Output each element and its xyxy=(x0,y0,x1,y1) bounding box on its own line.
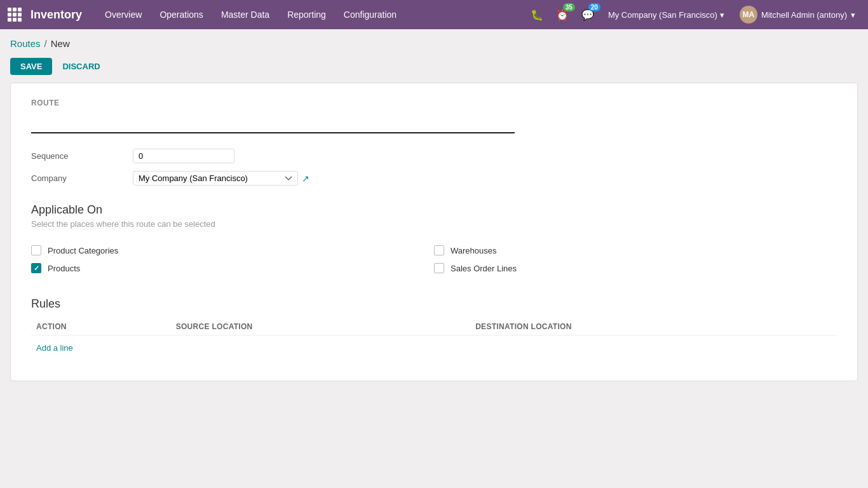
company-external-link-icon[interactable]: ↗ xyxy=(302,173,309,184)
nav-menu: Overview Operations Master Data Reportin… xyxy=(97,6,524,24)
nav-item-overview[interactable]: Overview xyxy=(97,6,149,24)
checkbox-row-product-categories: Product Categories xyxy=(31,241,434,259)
sales-order-lines-checkbox[interactable] xyxy=(434,263,444,273)
company-label: Company xyxy=(31,171,133,186)
checkboxes-grid: Product Categories Products Warehouses S… xyxy=(31,241,837,277)
left-checkboxes: Product Categories Products xyxy=(31,241,434,277)
action-bar: SAVE DISCARD xyxy=(0,54,868,83)
products-checkbox[interactable] xyxy=(31,263,41,273)
user-info[interactable]: MA Mitchell Admin (antony) ▾ xyxy=(735,3,860,26)
app-grid-icon[interactable] xyxy=(8,8,22,22)
col-destination-location: Destination Location xyxy=(470,318,837,336)
product-categories-label[interactable]: Product Categories xyxy=(48,246,118,255)
applicable-on-heading: Applicable On xyxy=(31,203,837,217)
clock-badge: 35 xyxy=(563,3,575,11)
company-selector[interactable]: My Company (San Francisco) ▾ xyxy=(603,8,729,22)
warehouses-checkbox[interactable] xyxy=(434,245,444,255)
bug-icon: 🐛 xyxy=(531,9,543,21)
warehouses-label[interactable]: Warehouses xyxy=(451,246,497,255)
breadcrumb-routes[interactable]: Routes xyxy=(10,38,41,49)
nav-item-master-data[interactable]: Master Data xyxy=(214,6,277,24)
user-dropdown-icon: ▾ xyxy=(851,10,855,20)
checkbox-row-products: Products xyxy=(31,259,434,277)
company-field: My Company (San Francisco) ↗ xyxy=(133,171,412,186)
right-checkboxes: Warehouses Sales Order Lines xyxy=(434,241,837,277)
user-name: Mitchell Admin (antony) xyxy=(761,10,847,20)
topnav: Inventory Overview Operations Master Dat… xyxy=(0,0,868,29)
breadcrumb: Routes / New xyxy=(10,38,858,49)
message-badge: 20 xyxy=(588,3,600,11)
company-select[interactable]: My Company (San Francisco) xyxy=(133,171,298,186)
breadcrumb-current: New xyxy=(51,38,70,49)
add-line-button[interactable]: Add a line xyxy=(36,341,73,355)
save-button[interactable]: SAVE xyxy=(10,58,52,75)
rules-section: Rules Action Source Location Destination… xyxy=(31,297,837,360)
sequence-label: Sequence xyxy=(31,149,133,163)
route-name-input[interactable] xyxy=(31,112,515,133)
avatar: MA xyxy=(740,6,757,24)
message-icon-btn[interactable]: 💬 20 xyxy=(578,4,598,25)
sales-order-lines-label[interactable]: Sales Order Lines xyxy=(451,264,517,273)
bug-icon-btn[interactable]: 🐛 xyxy=(527,4,547,25)
col-source-location: Source Location xyxy=(171,318,471,336)
breadcrumb-separator: / xyxy=(44,38,47,49)
company-dropdown-icon: ▾ xyxy=(720,10,724,20)
nav-item-reporting[interactable]: Reporting xyxy=(280,6,334,24)
form-card: Route Sequence Company My Company (San F… xyxy=(10,83,858,381)
products-label[interactable]: Products xyxy=(48,264,80,273)
col-action: Action xyxy=(31,318,171,336)
checkbox-row-sales-order-lines: Sales Order Lines xyxy=(434,259,837,277)
route-section-label: Route xyxy=(31,98,837,107)
clock-icon-btn[interactable]: ⏰ 35 xyxy=(552,4,573,25)
fields-grid: Sequence Company My Company (San Francis… xyxy=(31,149,412,186)
checkbox-row-warehouses: Warehouses xyxy=(434,241,837,259)
nav-item-configuration[interactable]: Configuration xyxy=(336,6,404,24)
company-name: My Company (San Francisco) xyxy=(608,10,717,20)
page-header: Routes / New xyxy=(0,29,868,54)
nav-right: 🐛 ⏰ 35 💬 20 My Company (San Francisco) ▾… xyxy=(527,3,860,26)
applicable-on-desc: Select the places where this route can b… xyxy=(31,219,837,229)
rules-table: Action Source Location Destination Locat… xyxy=(31,318,837,360)
rules-heading: Rules xyxy=(31,297,837,311)
product-categories-checkbox[interactable] xyxy=(31,245,41,255)
nav-item-operations[interactable]: Operations xyxy=(152,6,210,24)
discard-button[interactable]: DISCARD xyxy=(57,58,105,75)
app-title: Inventory xyxy=(31,8,82,22)
sequence-input[interactable] xyxy=(133,149,234,163)
add-line-row: Add a line xyxy=(31,336,837,361)
